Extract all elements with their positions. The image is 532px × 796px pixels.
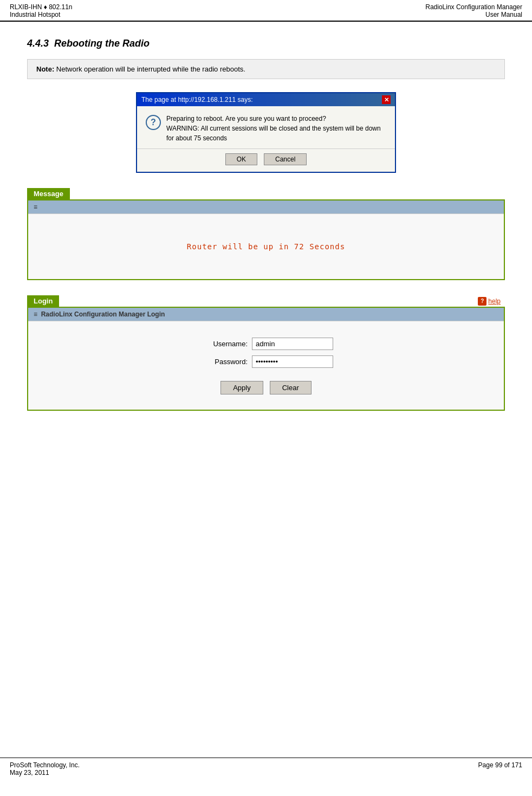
message-panel-header-icon: ≡ (34, 203, 37, 211)
dialog-title: The page at http://192.168.1.211 says: (141, 96, 252, 103)
dialog-container: The page at http://192.168.1.211 says: ✕… (27, 92, 505, 173)
page-footer: ProSoft Technology, Inc. May 23, 2011 Pa… (0, 758, 532, 780)
footer-company: ProSoft Technology, Inc. (10, 761, 80, 769)
message-panel-body: Router will be up in 72 Seconds (28, 214, 504, 279)
main-content: 4.4.3 Rebooting the Radio Note: Network … (0, 22, 532, 443)
apply-button[interactable]: Apply (220, 381, 263, 394)
username-input[interactable] (252, 338, 333, 350)
dialog-line2: WARNING: All current sessions will be cl… (166, 124, 386, 143)
footer-page: Page 99 of 171 (478, 761, 522, 769)
dialog-line1: Preparing to reboot. Are you sure you wa… (166, 114, 386, 124)
header-product: RLXIB-IHN ♦ 802.11n (10, 3, 73, 11)
note-label: Note: (36, 65, 54, 73)
login-footer: Apply Clear (220, 373, 312, 399)
footer-left: ProSoft Technology, Inc. May 23, 2011 (10, 761, 80, 776)
message-panel-wrapper: Message ≡ Router will be up in 72 Second… (27, 188, 505, 280)
help-icon: ? (478, 297, 486, 306)
username-row: Username: (199, 338, 333, 350)
login-tab-label: Login (27, 295, 59, 307)
login-panel-header-title: RadioLinx Configuration Manager Login (41, 310, 165, 318)
password-row: Password: (199, 355, 333, 368)
clear-button[interactable]: Clear (270, 381, 312, 394)
section-title: 4.4.3 Rebooting the Radio (27, 38, 505, 49)
section-heading: Rebooting the Radio (54, 38, 150, 49)
footer-date: May 23, 2011 (10, 769, 80, 776)
password-input[interactable] (252, 355, 333, 368)
username-label: Username: (199, 340, 248, 348)
help-link[interactable]: ? help (478, 297, 505, 306)
password-label: Password: (199, 358, 248, 366)
login-panel-tab-bar: Login ? help (27, 295, 505, 307)
message-tab-label: Message (27, 188, 70, 199)
login-form: Username: Password: Apply Clear (39, 338, 493, 399)
login-panel-body: Username: Password: Apply Clear (28, 321, 504, 410)
header-doc-type: User Manual (425, 11, 522, 18)
dialog-close-button[interactable]: ✕ (382, 95, 391, 104)
login-panel: ≡ RadioLinx Configuration Manager Login … (27, 307, 505, 411)
dialog-cancel-button[interactable]: Cancel (264, 153, 307, 165)
dialog-ok-button[interactable]: OK (225, 153, 257, 165)
reboot-message: Router will be up in 72 Seconds (187, 242, 345, 251)
note-text: Network operation will be interrupted wh… (54, 65, 245, 73)
dialog-body: ? Preparing to reboot. Are you sure you … (137, 106, 395, 148)
dialog-footer: OK Cancel (137, 148, 395, 172)
dialog-text: Preparing to reboot. Are you sure you wa… (166, 114, 386, 143)
dialog-question-icon: ? (146, 115, 161, 130)
message-panel-tab: Message (27, 188, 505, 199)
dialog-titlebar: The page at http://192.168.1.211 says: ✕ (137, 93, 395, 106)
header-product-type: Industrial Hotspot (10, 11, 73, 18)
page-header: RLXIB-IHN ♦ 802.11n Industrial Hotspot R… (0, 0, 532, 22)
login-panel-header: ≡ RadioLinx Configuration Manager Login (28, 308, 504, 321)
login-panel-header-icon: ≡ (34, 310, 37, 318)
header-app-name: RadioLinx Configuration Manager (425, 3, 522, 11)
note-box: Note: Network operation will be interrup… (27, 59, 505, 79)
header-left: RLXIB-IHN ♦ 802.11n Industrial Hotspot (10, 3, 73, 18)
section-number: 4.4.3 (27, 38, 49, 49)
help-text: help (488, 297, 501, 305)
footer-right: Page 99 of 171 (478, 761, 522, 776)
header-right: RadioLinx Configuration Manager User Man… (425, 3, 522, 18)
login-panel-wrapper: Login ? help ≡ RadioLinx Configuration M… (27, 295, 505, 411)
message-panel: ≡ Router will be up in 72 Seconds (27, 199, 505, 280)
message-panel-header: ≡ (28, 200, 504, 214)
dialog-box: The page at http://192.168.1.211 says: ✕… (136, 92, 396, 173)
